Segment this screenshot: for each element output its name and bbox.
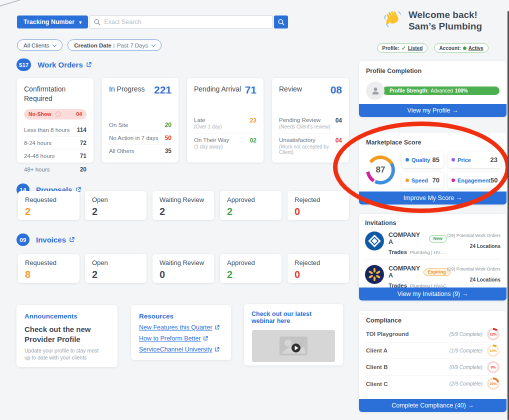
search-icon bbox=[94, 19, 100, 26]
client-name: Client B bbox=[366, 364, 388, 370]
quality-score-card[interactable]: Quality85 bbox=[402, 152, 444, 168]
announcement-body: Update your profile to stay most up to d… bbox=[24, 347, 100, 361]
row-value: 04 bbox=[336, 117, 342, 124]
confirmation-required-card[interactable]: Confirmtation Required No-Show i 04 Less… bbox=[17, 78, 94, 162]
resources-title: Resources bbox=[139, 312, 223, 320]
engagement-score-card[interactable]: Engagement50 bbox=[448, 172, 502, 188]
tracking-number-dropdown[interactable]: Tracking Number ▾ bbox=[17, 16, 88, 28]
proposal-rejected-card[interactable]: Rejected0 bbox=[288, 191, 349, 220]
metric-label: Speed bbox=[412, 178, 428, 184]
filter-all-clients[interactable]: All Clients bbox=[17, 40, 62, 51]
compliance-row[interactable]: Client B (0/9 Complete) 0% bbox=[366, 359, 500, 376]
compliance-ring: 10% bbox=[487, 344, 500, 357]
card-title: Confirmtation Required bbox=[24, 84, 79, 104]
row-value: 114 bbox=[77, 126, 86, 134]
announcement-headline[interactable]: Check out the new Provider Profile bbox=[24, 324, 100, 344]
invoice-open-card[interactable]: Open2 bbox=[85, 254, 146, 283]
card-total: 221 bbox=[154, 84, 172, 95]
work-orders-link[interactable]: Work Orders bbox=[38, 60, 92, 69]
external-link-icon bbox=[203, 336, 208, 341]
locations-count: 24 Locations bbox=[447, 244, 500, 249]
search-button[interactable] bbox=[274, 16, 288, 28]
row-label: Unsatisfactory bbox=[279, 137, 336, 143]
invoice-rejected-card[interactable]: Rejected0 bbox=[288, 254, 349, 283]
compliance-ring: 20% bbox=[487, 378, 500, 390]
stat-row[interactable]: Unsatisfactory(Work not accepted by Clie… bbox=[279, 134, 342, 154]
active-dot-icon bbox=[463, 46, 466, 50]
stat-value: 2 bbox=[227, 270, 274, 280]
invoice-requested-card[interactable]: Requested8 bbox=[18, 254, 80, 283]
compliance-progress: (1/9 Complete) bbox=[450, 348, 482, 354]
marketplace-score-title: Marketplace Score bbox=[366, 139, 500, 146]
stat-row[interactable]: On Site20 bbox=[109, 118, 172, 132]
account-status-badge[interactable]: Account: Active bbox=[434, 44, 488, 52]
in-progress-card[interactable]: In Progress 221 On Site20 No Action in 7… bbox=[102, 78, 178, 162]
stat-row[interactable]: No Action in 7 days50 bbox=[109, 132, 172, 144]
stat-row[interactable]: 48+ hours20 bbox=[24, 163, 86, 176]
potential-work-orders: (29) Potential Work Orders bbox=[447, 233, 500, 238]
compliance-row[interactable]: Client C (2/9 Complete) 20% bbox=[366, 376, 500, 392]
stat-label: Requested bbox=[25, 259, 72, 266]
proposal-open-card[interactable]: Open2 bbox=[85, 191, 146, 220]
webinar-card: Check out our latest webinar here bbox=[244, 304, 343, 366]
view-profile-button[interactable]: View my Profile → bbox=[359, 104, 506, 117]
webinar-video-thumbnail[interactable] bbox=[252, 330, 335, 362]
row-sublabel: (Work not accepted by Client) bbox=[279, 144, 336, 155]
improve-score-button[interactable]: Improve My Score → bbox=[359, 192, 506, 204]
speed-score-card[interactable]: Speed70 bbox=[402, 172, 444, 188]
price-score-card[interactable]: Price23 bbox=[448, 152, 502, 168]
search-input[interactable] bbox=[104, 18, 268, 26]
profile-strength-bar: Profile Strength: Advanced 100% bbox=[382, 86, 500, 95]
view-invitations-button[interactable]: View my Invitations (9) → bbox=[359, 288, 506, 300]
proposal-approved-card[interactable]: Approved2 bbox=[220, 191, 282, 220]
proposal-requested-card[interactable]: Requested2 bbox=[18, 191, 80, 220]
company-logo-spark-icon bbox=[365, 265, 384, 284]
stat-row[interactable]: 24-48 hours71 bbox=[24, 150, 86, 163]
video-placeholder-icon bbox=[275, 334, 312, 358]
card-title: Pending Arrival bbox=[194, 84, 241, 94]
row-value: 20 bbox=[165, 122, 172, 128]
stat-row[interactable]: Late(Over 1 day) 23 bbox=[194, 114, 256, 134]
card-title: In Progress bbox=[109, 84, 145, 94]
invoice-approved-card[interactable]: Approved2 bbox=[220, 254, 282, 283]
compliance-row[interactable]: Client A (1/9 Complete) 10% bbox=[366, 342, 500, 359]
filter-creation-date-value: Past 7 Days bbox=[117, 42, 148, 48]
compliance-ring: 0% bbox=[487, 361, 500, 374]
proposal-waiting-review-card[interactable]: Waiting Review2 bbox=[152, 191, 214, 220]
filter-creation-date[interactable]: Creation Date : Past 7 Days bbox=[68, 40, 162, 51]
stat-label: Waiting Review bbox=[160, 196, 207, 204]
stat-row[interactable]: On Their Way(1 day away) 02 bbox=[194, 134, 256, 154]
complete-compliance-button[interactable]: Complete Compliance (40) → bbox=[359, 399, 506, 412]
row-label: On Site bbox=[109, 122, 128, 128]
invitation-item[interactable]: COMPANY A New Trades Plumbing | HVAC | G… bbox=[365, 226, 500, 260]
stat-label: Approved bbox=[227, 259, 274, 266]
stat-label: Approved bbox=[227, 196, 274, 204]
no-show-alert[interactable]: No-Show i 04 bbox=[24, 109, 86, 120]
stat-row[interactable]: 8-24 hours72 bbox=[24, 137, 86, 150]
resource-link-university[interactable]: ServiceChannel University bbox=[139, 346, 223, 353]
profile-completion-title: Profile Completion bbox=[366, 68, 500, 74]
metric-label: Price bbox=[458, 157, 471, 163]
card-total: 71 bbox=[245, 84, 256, 95]
search-icon bbox=[278, 19, 284, 26]
trades-tags: Plumbing | HVAC | General ... bbox=[410, 250, 447, 255]
marketplace-score-gauge: 87 bbox=[366, 156, 395, 184]
resources-card: Resources New Features this Quarter How … bbox=[131, 305, 231, 360]
compliance-progress: (5/9 Complete) bbox=[450, 332, 482, 337]
invoices-link[interactable]: Invoices bbox=[36, 236, 74, 244]
invoice-waiting-review-card[interactable]: Waiting Review0 bbox=[152, 254, 214, 283]
invoices-title: Invoices bbox=[36, 236, 66, 244]
compliance-row[interactable]: TOI Playground (5/9 Complete) 12% bbox=[366, 326, 500, 342]
review-card[interactable]: Review 08 Pending Review(Needs Client's … bbox=[272, 78, 349, 162]
search-row: Tracking Number ▾ bbox=[17, 16, 288, 28]
stat-row[interactable]: All Others35 bbox=[109, 144, 172, 158]
stat-row[interactable]: Less than 8 hours114 bbox=[24, 124, 86, 137]
row-label: 8-24 hours bbox=[24, 140, 52, 146]
chevron-down-icon bbox=[152, 42, 156, 46]
profile-status-badge[interactable]: Profile: ✓ Listed bbox=[377, 44, 428, 52]
resource-link-perform-better[interactable]: How to Preform Better bbox=[139, 335, 223, 342]
stat-row[interactable]: Pending Review(Needs Client's review) 04 bbox=[279, 114, 342, 134]
webinar-link[interactable]: Check out our latest webinar here bbox=[252, 310, 336, 324]
resource-link-new-features[interactable]: New Features this Quarter bbox=[139, 324, 223, 331]
pending-arrival-card[interactable]: Pending Arrival 71 Late(Over 1 day) 23 O… bbox=[187, 78, 264, 162]
